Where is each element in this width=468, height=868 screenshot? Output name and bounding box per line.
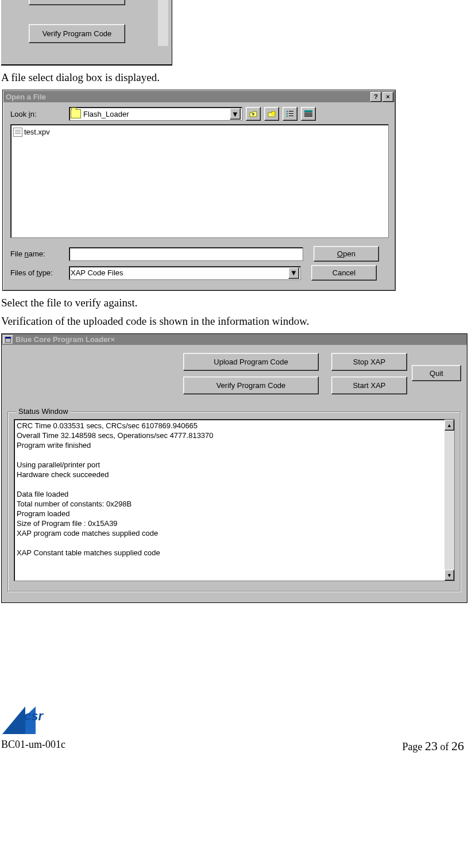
dropdown-button[interactable]: ▼ — [288, 267, 299, 279]
verify-program-code-button[interactable]: Verify Program Code — [183, 377, 319, 394]
button-label: Upload Program Code — [214, 358, 288, 366]
page-footer: csr BC01-um-001c Page 23 of 26 — [0, 706, 465, 758]
look-in-combo[interactable]: Flash_Loader ▼ — [69, 107, 242, 121]
vertical-scrollbar[interactable]: ▲ ▼ — [444, 420, 454, 581]
filename-label: File name: — [10, 249, 69, 258]
up-one-level-button[interactable] — [246, 107, 261, 121]
stop-xap-button[interactable]: Stop XAP — [331, 353, 407, 371]
file-item-name: test.xpv — [24, 128, 50, 136]
group-legend: Status Window — [16, 407, 71, 416]
scroll-down-button[interactable]: ▼ — [444, 570, 454, 581]
page-number: Page 23 of 26 — [403, 739, 465, 754]
button-label: Stop XAP — [353, 358, 385, 366]
button-label: Open — [337, 249, 355, 258]
look-in-value: Flash_Loader — [83, 110, 129, 118]
filetype-combo[interactable]: XAP Code Files ▼ — [69, 266, 301, 280]
button-label: Verify Program Code — [216, 381, 286, 390]
body-text: Select the file to verify against. — [1, 297, 465, 309]
details-view-button[interactable] — [301, 107, 316, 121]
start-xap-button[interactable]: Start XAP — [331, 377, 407, 394]
file-list-item[interactable]: test.xpv — [13, 127, 386, 137]
dropdown-button[interactable]: ▼ — [230, 108, 241, 120]
svg-rect-8 — [304, 114, 312, 114]
svg-rect-7 — [304, 113, 312, 113]
open-button[interactable]: Open — [314, 246, 379, 262]
titlebar-text: Open a File — [6, 93, 46, 101]
file-icon — [13, 128, 22, 137]
filetype-value: XAP Code Files — [71, 268, 123, 277]
button-label: Quit — [430, 369, 443, 378]
csr-logo: csr — [2, 706, 54, 735]
window-icon — [3, 335, 13, 344]
details-icon — [304, 110, 312, 117]
help-button[interactable]: ? — [370, 92, 381, 102]
body-text: A file select dialog box is displayed. — [1, 71, 465, 84]
status-textarea[interactable]: CRC Time 0.033531 secs, CRCs/sec 6107869… — [14, 419, 455, 581]
upload-program-code-button[interactable]: Upload Program Code — [183, 353, 319, 371]
list-view-button[interactable] — [283, 107, 297, 121]
svg-rect-10 — [304, 116, 312, 117]
status-content: CRC Time 0.033531 secs, CRCs/sec 6107869… — [14, 420, 444, 581]
quit-button[interactable]: Quit — [412, 365, 461, 381]
window-fragment: Upload Program Code Verify Program Code — [1, 0, 172, 66]
button-label: Cancel — [332, 268, 355, 277]
filetype-label: Files of type: — [10, 268, 69, 277]
titlebar: Blue Core Program Loader × — [2, 334, 467, 345]
up-folder-icon — [249, 110, 257, 117]
svg-rect-3 — [289, 111, 293, 112]
open-file-dialog: Open a File ? × Look in: Flash_Loader ▼ — [2, 90, 396, 291]
button-label: Start XAP — [353, 381, 385, 390]
new-folder-button[interactable] — [264, 107, 279, 121]
svg-rect-9 — [304, 115, 312, 116]
body-text: Verification of the uploaded code is sho… — [1, 315, 465, 328]
scrollbar-fragment — [158, 0, 168, 46]
scroll-up-button[interactable]: ▲ — [444, 420, 454, 431]
status-window-group: Status Window CRC Time 0.033531 secs, CR… — [7, 412, 461, 592]
svg-rect-2 — [287, 116, 288, 117]
scroll-track[interactable] — [444, 431, 454, 570]
logo-text: csr — [24, 709, 43, 724]
svg-rect-5 — [289, 116, 293, 116]
close-button[interactable]: × — [110, 335, 115, 344]
folder-icon — [71, 109, 81, 118]
new-folder-icon — [268, 110, 276, 117]
svg-rect-4 — [289, 113, 293, 114]
svg-rect-1 — [287, 113, 288, 114]
svg-rect-6 — [304, 110, 312, 112]
button-label: Verify Program Code — [42, 29, 112, 38]
verify-program-code-button[interactable]: Verify Program Code — [29, 24, 125, 43]
program-loader-window: Blue Core Program Loader × Upload Progra… — [1, 333, 467, 603]
list-icon — [286, 110, 294, 117]
svg-rect-0 — [287, 111, 288, 112]
file-list[interactable]: test.xpv — [10, 124, 389, 238]
look-in-label: Look in: — [10, 110, 69, 118]
upload-program-code-button[interactable]: Upload Program Code — [29, 0, 125, 5]
close-button[interactable]: × — [382, 92, 393, 102]
document-id: BC01-um-001c — [1, 739, 65, 754]
titlebar: Open a File ? × — [3, 91, 394, 102]
cancel-button[interactable]: Cancel — [311, 265, 377, 281]
svg-rect-12 — [5, 337, 11, 339]
filename-input[interactable] — [69, 247, 303, 261]
titlebar-text: Blue Core Program Loader — [16, 335, 110, 344]
